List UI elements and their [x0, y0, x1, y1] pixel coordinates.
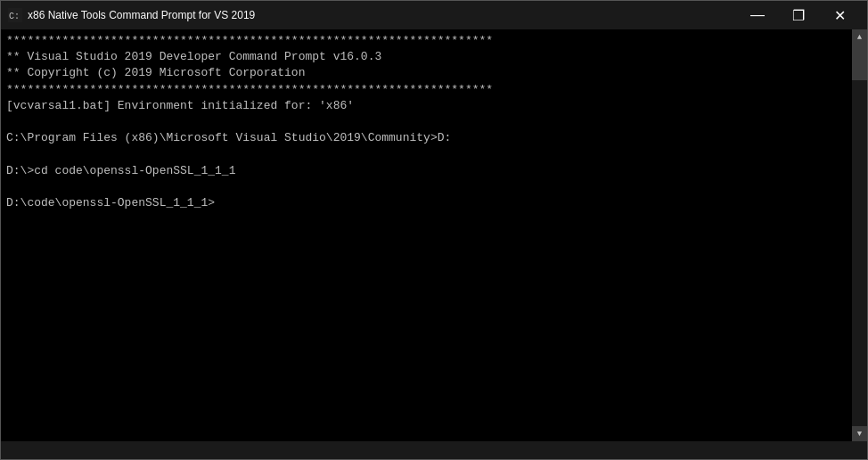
- window: C: x86 Native Tools Command Prompt for V…: [0, 0, 868, 460]
- terminal-body: ****************************************…: [1, 29, 867, 441]
- scrollbar[interactable]: ▲ ▼: [852, 29, 867, 441]
- status-bar: [1, 441, 867, 459]
- scroll-down-button[interactable]: ▼: [852, 426, 867, 441]
- scrollbar-thumb[interactable]: [852, 45, 867, 80]
- terminal-content[interactable]: ****************************************…: [1, 29, 852, 441]
- svg-text:C:: C:: [9, 12, 20, 21]
- close-button[interactable]: ✕: [819, 1, 860, 29]
- scrollbar-track[interactable]: [852, 45, 867, 426]
- minimize-button[interactable]: —: [737, 1, 778, 29]
- window-title: x86 Native Tools Command Prompt for VS 2…: [28, 9, 737, 21]
- cmd-icon: C:: [8, 8, 22, 22]
- maximize-button[interactable]: ❐: [778, 1, 819, 29]
- scroll-up-button[interactable]: ▲: [852, 29, 867, 45]
- title-bar: C: x86 Native Tools Command Prompt for V…: [1, 1, 867, 29]
- title-bar-controls: — ❐ ✕: [737, 1, 860, 29]
